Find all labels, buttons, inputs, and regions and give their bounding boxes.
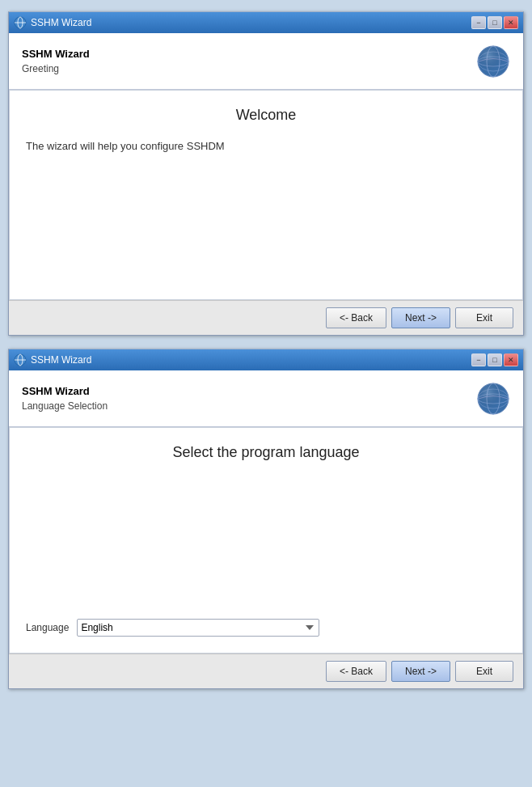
language-label: Language bbox=[26, 622, 69, 633]
content-title-1: Welcome bbox=[26, 107, 506, 124]
title-controls-2: − □ ✕ bbox=[471, 353, 518, 366]
maximize-btn-1[interactable]: □ bbox=[488, 16, 502, 29]
header-text-1: SSHM Wizard Greeting bbox=[22, 48, 90, 74]
minimize-btn-1[interactable]: − bbox=[471, 16, 486, 29]
back-button-1[interactable]: <- Back bbox=[326, 307, 386, 328]
title-bar-left-1: SSHM Wizard bbox=[14, 16, 91, 29]
header-text-2: SSHM Wizard Language Selection bbox=[22, 385, 108, 412]
header-subtitle-1: Greeting bbox=[22, 63, 90, 74]
exit-button-1[interactable]: Exit bbox=[455, 307, 513, 328]
footer-section-1: <- Back Next -> Exit bbox=[9, 300, 523, 335]
app-icon-1 bbox=[14, 16, 27, 29]
window-1: SSHM Wizard − □ ✕ SSHM Wizard Greeting bbox=[8, 11, 524, 336]
content-title-2: Select the program language bbox=[26, 444, 506, 461]
header-subtitle-2: Language Selection bbox=[22, 400, 108, 412]
header-title-1: SSHM Wizard bbox=[22, 48, 90, 60]
header-section-2: SSHM Wizard Language Selection bbox=[9, 370, 523, 427]
globe-icon-1 bbox=[476, 44, 510, 78]
window-title-2: SSHM Wizard bbox=[31, 354, 91, 366]
content-section-1: Welcome The wizard will help you configu… bbox=[9, 90, 523, 300]
window-body-1: SSHM Wizard Greeting Welc bbox=[9, 33, 523, 335]
minimize-btn-2[interactable]: − bbox=[471, 353, 486, 366]
window-2: SSHM Wizard − □ ✕ SSHM Wizard Language S… bbox=[8, 349, 524, 689]
language-select[interactable]: English French German Spanish Italian bbox=[77, 619, 319, 637]
title-bar-1: SSHM Wizard − □ ✕ bbox=[9, 12, 523, 33]
globe-icon-2 bbox=[476, 382, 510, 416]
close-btn-2[interactable]: ✕ bbox=[504, 353, 518, 366]
title-controls-1: − □ ✕ bbox=[471, 16, 518, 29]
title-bar-left-2: SSHM Wizard bbox=[14, 353, 91, 366]
svg-point-8 bbox=[478, 46, 509, 77]
window-body-2: SSHM Wizard Language Selection bbox=[9, 370, 523, 688]
app-icon-2 bbox=[14, 353, 27, 366]
svg-point-17 bbox=[478, 383, 509, 414]
title-bar-2: SSHM Wizard − □ ✕ bbox=[9, 349, 523, 370]
content-section-2: Select the program language Language Eng… bbox=[9, 427, 523, 654]
back-button-2[interactable]: <- Back bbox=[326, 661, 386, 682]
content-body-1: The wizard will help you configure SSHDM bbox=[26, 137, 506, 155]
language-row: Language English French German Spanish I… bbox=[26, 619, 506, 637]
exit-button-2[interactable]: Exit bbox=[455, 661, 513, 682]
header-title-2: SSHM Wizard bbox=[22, 385, 108, 397]
footer-section-2: <- Back Next -> Exit bbox=[9, 654, 523, 688]
header-section-1: SSHM Wizard Greeting bbox=[9, 33, 523, 90]
close-btn-1[interactable]: ✕ bbox=[504, 16, 518, 29]
next-button-2[interactable]: Next -> bbox=[391, 661, 450, 682]
maximize-btn-2[interactable]: □ bbox=[488, 353, 502, 366]
window-title-1: SSHM Wizard bbox=[31, 17, 91, 28]
next-button-1[interactable]: Next -> bbox=[391, 307, 450, 328]
